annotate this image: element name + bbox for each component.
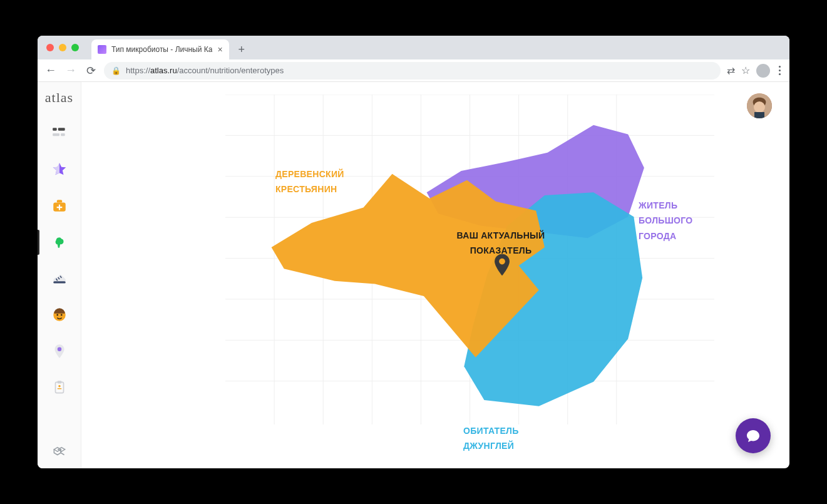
sidebar-item-recommendations[interactable] — [38, 152, 81, 187]
url-text: https://atlas.ru/account/nutrition/enter… — [126, 66, 284, 75]
dashboard-icon — [51, 125, 68, 141]
browser-toolbar: ← → ⟳ 🔒 https://atlas.ru/account/nutriti… — [38, 59, 789, 82]
svg-point-34 — [499, 259, 505, 265]
svg-rect-12 — [57, 381, 61, 383]
chat-button[interactable] — [736, 418, 771, 453]
reload-button[interactable]: ⟳ — [84, 64, 98, 78]
app-frame: atlas — [38, 82, 789, 468]
back-button[interactable]: ← — [44, 64, 58, 77]
svg-rect-5 — [56, 200, 62, 202]
enterotype-chart: ДЕРЕВЕНСКИЙКРЕСТЬЯНИН ЖИТЕЛЬБОЛЬШОГОГОРО… — [225, 95, 714, 424]
bookmark-star-icon[interactable]: ☆ — [741, 64, 750, 76]
browser-menu-button[interactable] — [776, 66, 783, 75]
label-jungle: ОБИТАТЕЛЬДЖУНГЛЕЙ — [463, 408, 519, 454]
sidebar-item-profile-section[interactable] — [38, 297, 81, 332]
browser-tab[interactable]: Тип микробиоты - Личный Ка × — [91, 39, 229, 59]
window-maximize-button[interactable] — [71, 44, 79, 51]
sidebar-item-documents[interactable] — [38, 370, 81, 405]
svg-rect-0 — [53, 128, 57, 130]
window-controls — [38, 36, 88, 59]
app-logo[interactable]: atlas — [45, 90, 73, 106]
svg-point-9 — [60, 314, 62, 316]
medkit-icon — [51, 198, 68, 214]
label-your-score: ВАШ АКТУАЛЬНЫЙПОКАЗАТЕЛЬ — [444, 212, 557, 259]
svg-rect-17 — [754, 112, 764, 118]
address-bar[interactable]: 🔒 https://atlas.ru/account/nutrition/ent… — [104, 62, 721, 80]
tab-title: Тип микробиоты - Личный Ка — [111, 45, 212, 54]
svg-rect-14 — [57, 388, 61, 389]
window-minimize-button[interactable] — [59, 44, 66, 51]
window-close-button[interactable] — [46, 44, 54, 51]
label-city: ЖИТЕЛЬБОЛЬШОГОГОРОДА — [639, 182, 693, 244]
sidebar-item-location[interactable] — [38, 334, 81, 369]
svg-rect-2 — [53, 133, 59, 136]
boxes-icon — [51, 443, 68, 459]
translate-icon[interactable]: ⇄ — [727, 64, 735, 76]
face-icon — [51, 307, 68, 323]
user-avatar[interactable] — [747, 93, 772, 118]
svg-point-10 — [57, 347, 61, 352]
content-area: ДЕРЕВЕНСКИЙКРЕСТЬЯНИН ЖИТЕЛЬБОЛЬШОГОГОРО… — [81, 82, 789, 468]
lock-icon: 🔒 — [111, 66, 121, 75]
pin-icon — [51, 343, 68, 359]
sidebar-item-health[interactable] — [38, 188, 81, 224]
sidebar-item-sport[interactable] — [38, 261, 81, 296]
svg-rect-1 — [58, 128, 64, 130]
browser-window: Тип микробиоты - Личный Ка × + ← → ⟳ 🔒 h… — [38, 36, 789, 468]
svg-point-8 — [56, 314, 58, 316]
profile-icon[interactable] — [756, 64, 770, 78]
sidebar-item-dashboard[interactable] — [38, 116, 81, 151]
chart-svg — [225, 95, 714, 424]
chat-icon — [746, 428, 761, 443]
browser-tabbar: Тип микробиоты - Личный Ка × + — [38, 36, 789, 59]
svg-rect-11 — [55, 382, 63, 393]
sidebar: atlas — [38, 82, 81, 468]
sidebar-item-nutrition[interactable] — [38, 225, 81, 260]
svg-rect-3 — [61, 133, 65, 136]
svg-point-16 — [754, 101, 765, 113]
star-icon — [51, 162, 68, 178]
tab-close-button[interactable]: × — [217, 45, 222, 54]
sidebar-item-bottom[interactable] — [38, 433, 81, 468]
sneaker-icon — [51, 270, 68, 287]
svg-point-13 — [58, 385, 60, 387]
tab-favicon-icon — [98, 45, 106, 54]
new-tab-button[interactable]: + — [233, 41, 250, 58]
svg-rect-6 — [53, 281, 66, 283]
label-villager: ДЕРЕВЕНСКИЙКРЕСТЬЯНИН — [275, 151, 344, 197]
clipboard-icon — [51, 379, 68, 396]
your-score-marker — [494, 254, 510, 276]
forward-button: → — [64, 64, 78, 77]
broccoli-icon — [51, 234, 68, 250]
